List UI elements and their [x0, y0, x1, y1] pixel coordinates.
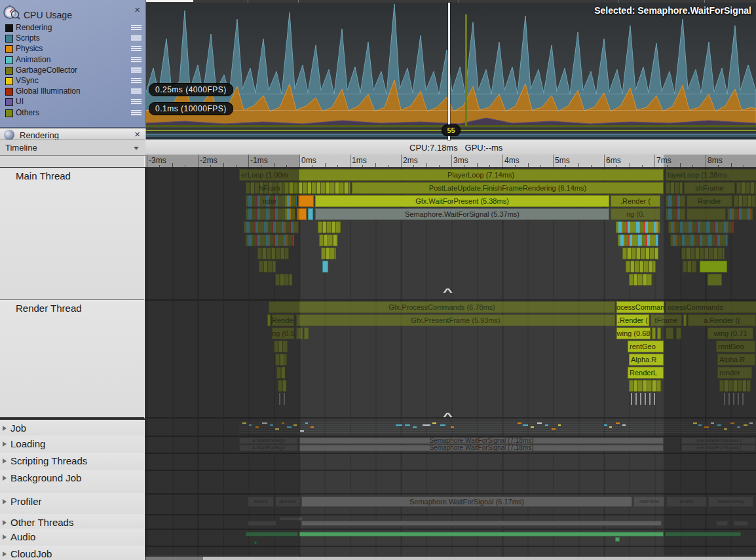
gridline-0.1ms [145, 110, 756, 111]
drag-handle-icon[interactable] [131, 57, 142, 63]
job-speck [300, 430, 304, 432]
timeline-bar[interactable] [304, 327, 309, 339]
section-header-job[interactable]: Job [0, 420, 145, 437]
horizontal-scrollbar[interactable] [145, 557, 756, 560]
legend-item-scripts[interactable]: Scripts [0, 33, 145, 43]
legend-item-rendering[interactable]: Rendering [0, 22, 145, 33]
close-icon[interactable]: × [134, 4, 140, 15]
rendering-panel-header[interactable]: Rendering × [0, 128, 146, 140]
timeline-bar[interactable]: Gfx.PresentFrame (5.93ms) [296, 314, 615, 326]
collapse-chevron-icon[interactable]: ^ [443, 286, 453, 297]
foldout-arrow-icon[interactable] [3, 499, 7, 504]
legend-color-swatch [5, 56, 13, 64]
section-label: Background Job [10, 472, 81, 483]
foldout-arrow-icon[interactable] [3, 441, 7, 447]
section-header-other-threads[interactable]: Other Threads [0, 514, 145, 530]
job-speck [405, 424, 410, 426]
timeline-bar[interactable] [626, 261, 656, 272]
foldout-arrow-icon[interactable] [3, 520, 7, 525]
timeline-bar[interactable] [622, 248, 658, 259]
timeline-bar[interactable] [615, 537, 620, 542]
legend-item-physics[interactable]: Physics [0, 43, 145, 54]
timeline-bar[interactable]: ocessCommands (1. [616, 301, 664, 313]
timeline-bar[interactable] [652, 327, 656, 339]
section-header-scripting-threads[interactable]: Scripting Threads [0, 453, 145, 471]
legend-color-swatch [5, 98, 13, 106]
timeline-bar[interactable]: rentGeo [628, 341, 664, 352]
section-header-loading[interactable]: Loading [0, 436, 145, 454]
foldout-arrow-icon[interactable] [3, 426, 7, 431]
cpu-usage-chart[interactable]: 0.25ms (4000FPS) 0.1ms (10000FPS) Select… [145, 0, 756, 128]
legend-item-animation[interactable]: Animation [0, 54, 145, 65]
legend-item-vsync[interactable]: VSync [0, 75, 145, 86]
legend-item-garbagecollector[interactable]: GarbageCollector [0, 65, 145, 75]
timeline-bar[interactable]: PlayerLoop (7.14ms) [298, 169, 664, 181]
drag-handle-icon[interactable] [131, 67, 142, 73]
timeline-bar[interactable]: Alpha.R [629, 354, 664, 365]
timeline-bar[interactable] [322, 261, 328, 272]
drag-handle-icon[interactable] [131, 46, 142, 52]
timeline-bar[interactable]: /aitForSi [633, 496, 665, 507]
rendering-panel-icon [4, 130, 14, 140]
legend-item-global-illumination[interactable]: Global Illumination [0, 86, 145, 96]
section-header-render-thread[interactable]: Render Thread [0, 300, 145, 419]
foldout-arrow-icon[interactable] [3, 551, 7, 557]
timeline-bar[interactable] [631, 393, 658, 405]
timeline-bar[interactable] [318, 221, 341, 233]
timeline-bar[interactable] [616, 221, 660, 233]
timeline-bar[interactable]: .Render ( [611, 195, 660, 207]
view-mode-label: Timeline [5, 143, 37, 153]
cpu-usage-panel-header[interactable]: CPU Usage × [0, 0, 145, 22]
drag-handle-icon[interactable] [131, 88, 142, 94]
view-mode-dropdown[interactable]: Timeline [0, 140, 145, 156]
drag-handle-icon[interactable] [131, 99, 142, 105]
timeline-bar[interactable] [299, 532, 664, 536]
timeline-bar[interactable] [298, 195, 314, 207]
section-header-cloudjob[interactable]: CloudJob [0, 546, 145, 560]
drag-handle-icon[interactable] [131, 78, 142, 84]
timeline-bar[interactable]: Gfx.WaitForPresent (5.38ms) [315, 195, 609, 207]
section-label: Audio [10, 531, 35, 542]
foldout-arrow-icon[interactable] [3, 534, 7, 540]
timeline-bar[interactable]: PostLateUpdate.FinishFrameRendering (6.1… [352, 182, 664, 194]
scrollbar-thumb[interactable] [203, 557, 756, 560]
timeline-bar[interactable]: RenderL [628, 367, 664, 379]
timeline-bar[interactable]: Semaphore.WaitForSignal (5.37ms) [315, 208, 609, 220]
timeline-bar[interactable]: .Render ( [616, 314, 649, 326]
ruler-tick [401, 155, 402, 167]
legend-item-label: UI [16, 97, 24, 106]
drag-handle-icon[interactable] [131, 35, 142, 41]
timeline-bar[interactable] [618, 234, 658, 246]
timeline-bar[interactable]: Semaphore.WaitForSignal (7.18ms) [299, 445, 664, 451]
timeline-bar[interactable] [319, 234, 338, 246]
legend-item-others[interactable]: Others [0, 107, 145, 118]
timeline-bar[interactable] [657, 327, 661, 339]
timeline-bar[interactable]: wing (0.68 [616, 327, 651, 339]
section-header-background-job[interactable]: Background Job [0, 470, 145, 495]
cpu-time: CPU:7.18ms [409, 143, 458, 153]
current-frame-marker[interactable] [448, 3, 450, 140]
timeline-bar[interactable]: ng (0. [611, 208, 660, 220]
timeline-bar[interactable] [308, 208, 313, 220]
timeline-bar[interactable] [321, 248, 336, 259]
timeline-bar[interactable]: Semaphore.WaitForSignal (6.17ms) [301, 496, 632, 507]
drag-handle-icon[interactable] [131, 110, 142, 116]
section-header-profiler[interactable]: Profiler [0, 493, 145, 515]
section-header-main-thread[interactable]: Main Thread [0, 168, 145, 301]
selected-sample-banner: Selected: Semaphore.WaitForSignal [594, 5, 751, 16]
timeline-bar[interactable] [629, 380, 662, 392]
drag-handle-icon[interactable] [131, 25, 142, 31]
legend-item-label: Animation [16, 55, 50, 64]
legend-color-swatch [5, 35, 13, 43]
timeline-bar[interactable]: Gfx.ProcessCommands (6.78ms) [269, 301, 615, 313]
legend-item-ui[interactable]: UI [0, 96, 145, 107]
timeline-bar[interactable]: Semaphore.WaitForSignal (7.18ms) [299, 438, 664, 444]
timeline-bar[interactable] [629, 274, 652, 286]
foldout-arrow-icon[interactable] [3, 458, 7, 464]
timeline-bar[interactable] [301, 521, 662, 526]
collapse-chevron-icon[interactable]: ^ [443, 411, 453, 422]
section-header-audio[interactable]: Audio [0, 529, 145, 547]
foldout-arrow-icon[interactable] [3, 476, 7, 481]
ruler-tick-label: 5ms [555, 156, 570, 165]
close-icon[interactable]: × [134, 128, 140, 140]
